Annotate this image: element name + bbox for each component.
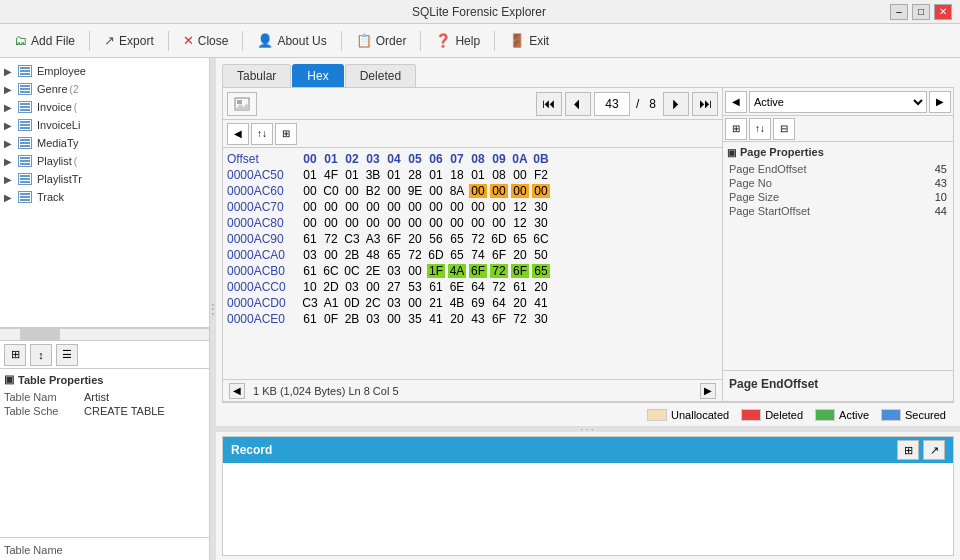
hex-byte-9-2[interactable]: 0D [343, 296, 361, 310]
hex-byte-1-1[interactable]: 4F [322, 168, 340, 182]
hex-byte-10-4[interactable]: 00 [385, 312, 403, 326]
hex-byte-4-6[interactable]: 00 [427, 216, 445, 230]
prev-page-button[interactable]: ⏴ [565, 92, 591, 116]
last-page-button[interactable]: ⏭ [692, 92, 718, 116]
hex-byte-5-1[interactable]: 72 [322, 232, 340, 246]
hex-byte-0-9[interactable]: 09 [490, 152, 508, 166]
hex-byte-6-11[interactable]: 50 [532, 248, 550, 262]
hex-byte-6-1[interactable]: 00 [322, 248, 340, 262]
hex-byte-7-4[interactable]: 03 [385, 264, 403, 278]
hex-left-nav[interactable]: ◀ [227, 123, 249, 145]
hex-byte-1-6[interactable]: 01 [427, 168, 445, 182]
hex-byte-5-8[interactable]: 72 [469, 232, 487, 246]
hex-byte-6-3[interactable]: 48 [364, 248, 382, 262]
hex-byte-4-3[interactable]: 00 [364, 216, 382, 230]
hex-prev-button[interactable]: ◀ [229, 383, 245, 399]
hex-byte-8-11[interactable]: 20 [532, 280, 550, 294]
horizontal-scrollbar[interactable] [0, 328, 209, 340]
hex-next-button[interactable]: ▶ [700, 383, 716, 399]
menu-exit[interactable]: 🚪 Exit [501, 29, 557, 52]
hex-byte-8-4[interactable]: 27 [385, 280, 403, 294]
record-grid-button[interactable]: ⊞ [897, 440, 919, 460]
next-page-button[interactable]: ⏵ [663, 92, 689, 116]
hex-byte-3-3[interactable]: 00 [364, 200, 382, 214]
hex-byte-2-10[interactable]: 00 [511, 184, 529, 198]
hex-byte-7-3[interactable]: 2E [364, 264, 382, 278]
hex-byte-5-4[interactable]: 6F [385, 232, 403, 246]
hex-byte-3-1[interactable]: 00 [322, 200, 340, 214]
hex-byte-5-5[interactable]: 20 [406, 232, 424, 246]
hex-byte-4-8[interactable]: 00 [469, 216, 487, 230]
hex-byte-9-5[interactable]: 00 [406, 296, 424, 310]
view-button[interactable]: ⊞ [275, 123, 297, 145]
hex-byte-8-10[interactable]: 61 [511, 280, 529, 294]
hex-byte-3-4[interactable]: 00 [385, 200, 403, 214]
hex-byte-8-3[interactable]: 00 [364, 280, 382, 294]
menu-export[interactable]: ↗ Export [96, 29, 162, 52]
hex-byte-5-0[interactable]: 61 [301, 232, 319, 246]
hex-byte-1-2[interactable]: 01 [343, 168, 361, 182]
tree-item-track[interactable]: ▶ Track [0, 188, 209, 206]
list-button[interactable]: ☰ [56, 344, 78, 366]
hex-byte-1-0[interactable]: 01 [301, 168, 319, 182]
tab-hex[interactable]: Hex [292, 64, 343, 87]
hex-byte-1-10[interactable]: 00 [511, 168, 529, 182]
hex-byte-0-3[interactable]: 03 [364, 152, 382, 166]
props-view-button[interactable]: ⊟ [773, 118, 795, 140]
minimize-button[interactable]: – [890, 4, 908, 20]
hex-byte-8-7[interactable]: 6E [448, 280, 466, 294]
hex-byte-3-5[interactable]: 00 [406, 200, 424, 214]
tree-item-invoiceli[interactable]: ▶ InvoiceLi [0, 116, 209, 134]
hex-byte-2-2[interactable]: 00 [343, 184, 361, 198]
hex-byte-6-8[interactable]: 74 [469, 248, 487, 262]
hex-byte-3-6[interactable]: 00 [427, 200, 445, 214]
hex-byte-9-10[interactable]: 20 [511, 296, 529, 310]
hex-byte-2-6[interactable]: 00 [427, 184, 445, 198]
hex-byte-5-10[interactable]: 65 [511, 232, 529, 246]
hex-byte-2-9[interactable]: 00 [490, 184, 508, 198]
hex-byte-8-1[interactable]: 2D [322, 280, 340, 294]
hex-byte-8-9[interactable]: 72 [490, 280, 508, 294]
hex-byte-0-1[interactable]: 01 [322, 152, 340, 166]
hex-byte-3-11[interactable]: 30 [532, 200, 550, 214]
hex-byte-1-5[interactable]: 28 [406, 168, 424, 182]
hex-byte-0-10[interactable]: 0A [511, 152, 529, 166]
hex-byte-1-9[interactable]: 08 [490, 168, 508, 182]
hex-byte-4-2[interactable]: 00 [343, 216, 361, 230]
hex-byte-0-6[interactable]: 06 [427, 152, 445, 166]
hex-byte-10-5[interactable]: 35 [406, 312, 424, 326]
hex-byte-8-2[interactable]: 03 [343, 280, 361, 294]
hex-byte-10-9[interactable]: 6F [490, 312, 508, 326]
menu-help[interactable]: ❓ Help [427, 29, 488, 52]
hex-byte-6-4[interactable]: 65 [385, 248, 403, 262]
hex-byte-8-6[interactable]: 61 [427, 280, 445, 294]
hex-byte-7-7[interactable]: 4A [448, 264, 466, 278]
hex-byte-6-2[interactable]: 2B [343, 248, 361, 262]
hex-byte-5-6[interactable]: 56 [427, 232, 445, 246]
hex-byte-9-6[interactable]: 21 [427, 296, 445, 310]
hex-byte-10-3[interactable]: 03 [364, 312, 382, 326]
props-prev-button[interactable]: ◀ [725, 91, 747, 113]
hex-byte-1-11[interactable]: F2 [532, 168, 550, 182]
hex-byte-3-0[interactable]: 00 [301, 200, 319, 214]
hex-byte-0-2[interactable]: 02 [343, 152, 361, 166]
hex-byte-5-7[interactable]: 65 [448, 232, 466, 246]
sort-asc-button[interactable]: ↑↓ [251, 123, 273, 145]
active-dropdown[interactable]: Active Unallocated Deleted Secured [749, 91, 927, 113]
hex-byte-6-6[interactable]: 6D [427, 248, 445, 262]
hex-byte-10-8[interactable]: 43 [469, 312, 487, 326]
hex-byte-7-5[interactable]: 00 [406, 264, 424, 278]
hex-byte-2-4[interactable]: 00 [385, 184, 403, 198]
props-sort-button[interactable]: ↑↓ [749, 118, 771, 140]
hex-byte-0-8[interactable]: 08 [469, 152, 487, 166]
tab-deleted[interactable]: Deleted [345, 64, 416, 87]
hex-byte-6-9[interactable]: 6F [490, 248, 508, 262]
hex-byte-0-11[interactable]: 0B [532, 152, 550, 166]
hex-byte-5-3[interactable]: A3 [364, 232, 382, 246]
hex-byte-4-9[interactable]: 00 [490, 216, 508, 230]
hex-byte-9-11[interactable]: 41 [532, 296, 550, 310]
hex-byte-0-4[interactable]: 04 [385, 152, 403, 166]
hex-byte-3-2[interactable]: 00 [343, 200, 361, 214]
props-grid-button[interactable]: ⊞ [725, 118, 747, 140]
tree-item-mediaty[interactable]: ▶ MediaTy [0, 134, 209, 152]
